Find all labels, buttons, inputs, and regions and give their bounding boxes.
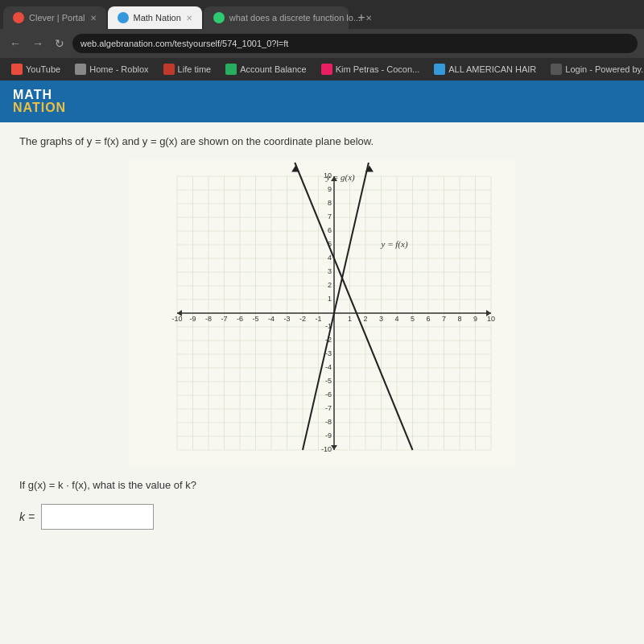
url-input[interactable] — [72, 34, 638, 53]
bookmark-lifetime-label: Life time — [178, 64, 212, 74]
math-nation-favicon — [118, 12, 129, 23]
login-icon — [551, 64, 562, 75]
graph-wrapper — [129, 160, 515, 466]
bookmark-kim-petras[interactable]: Kim Petras - Cocon... — [315, 62, 427, 76]
bookmark-kim-petras-label: Kim Petras - Cocon... — [336, 64, 420, 74]
bookmark-all-american-hair[interactable]: ALL AMERICAN HAIR — [427, 62, 543, 76]
youtube-icon — [11, 64, 23, 75]
lifetime-icon — [163, 64, 175, 75]
tab-math-nation-label: Math Nation — [134, 13, 181, 23]
tab-clever-label: Clever | Portal — [29, 13, 85, 23]
sub-question-text: If g(x) = k · f(x), what is the value of… — [19, 479, 625, 491]
tab-clever-close[interactable]: ✕ — [90, 14, 97, 23]
tab-clever[interactable]: Clever | Portal ✕ — [3, 6, 106, 29]
math-nation-logo: MATH NATION — [13, 89, 66, 114]
tab-discrete[interactable]: what does a discrete function lo... ✕ — [204, 6, 349, 29]
bookmark-roblox[interactable]: Home - Roblox — [68, 62, 155, 76]
roblox-icon — [75, 64, 86, 75]
page-content: MATH NATION The graphs of y = f(x) and y… — [0, 80, 644, 644]
tab-math-nation[interactable]: Math Nation ✕ — [108, 6, 202, 29]
browser-frame: Clever | Portal ✕ Math Nation ✕ what doe… — [0, 0, 644, 644]
answer-input[interactable] — [41, 504, 154, 530]
graph-container — [19, 160, 625, 466]
bookmarks-bar: YouTube Home - Roblox Life time Account … — [0, 58, 644, 80]
bookmark-login-label: Login - Powered by... — [565, 64, 644, 74]
clever-favicon — [13, 12, 24, 23]
bookmark-youtube[interactable]: YouTube — [5, 62, 67, 76]
math-nation-header: MATH NATION — [0, 80, 644, 122]
coordinate-graph — [129, 160, 515, 466]
address-bar: ← → ↻ — [0, 29, 644, 58]
logo-nation-text: NATION — [13, 101, 66, 114]
tab-math-nation-close[interactable]: ✕ — [186, 14, 192, 23]
answer-label: k = — [19, 510, 35, 523]
tab-bar: Clever | Portal ✕ Math Nation ✕ what doe… — [0, 0, 644, 29]
kim-petras-icon — [321, 64, 332, 75]
bookmark-account-balance[interactable]: Account Balance — [219, 62, 313, 76]
tab-discrete-label: what does a discrete function lo... — [229, 13, 361, 23]
new-tab-button[interactable]: + — [350, 6, 373, 29]
bookmark-account-balance-label: Account Balance — [240, 64, 307, 74]
account-balance-icon — [225, 64, 237, 75]
forward-button[interactable]: → — [29, 35, 47, 52]
bookmark-roblox-label: Home - Roblox — [89, 64, 148, 74]
question-description: The graphs of y = f(x) and y = g(x) are … — [19, 135, 625, 147]
bookmark-login[interactable]: Login - Powered by... — [544, 62, 644, 76]
logo-math-text: MATH — [13, 89, 66, 101]
bookmark-lifetime[interactable]: Life time — [157, 62, 218, 76]
bookmark-all-american-hair-label: ALL AMERICAN HAIR — [448, 64, 536, 74]
question-area: The graphs of y = f(x) and y = g(x) are … — [0, 122, 644, 644]
answer-area: k = — [19, 497, 625, 536]
discrete-favicon — [213, 12, 225, 23]
all-american-hair-icon — [434, 64, 445, 75]
reload-button[interactable]: ↻ — [52, 35, 68, 52]
bookmark-youtube-label: YouTube — [26, 64, 60, 74]
back-button[interactable]: ← — [6, 35, 24, 52]
